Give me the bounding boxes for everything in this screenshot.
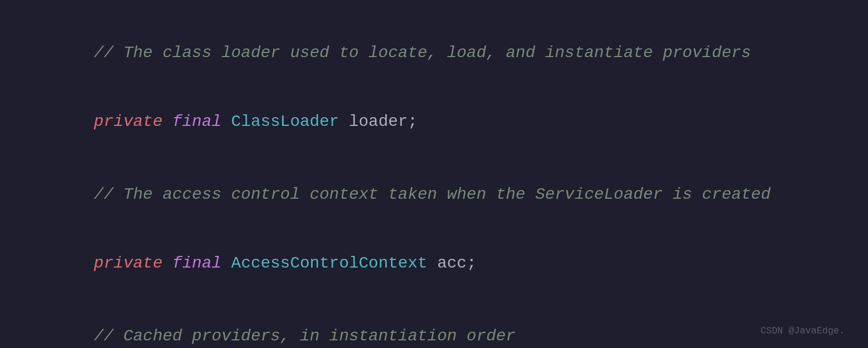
code-2: private final AccessControlContext acc; — [35, 229, 840, 298]
comment-1: // The class loader used to locate, load… — [35, 19, 840, 87]
section-1: // The class loader used to locate, load… — [35, 19, 840, 156]
section-2: // The access control context taken when… — [35, 160, 840, 297]
section-3: // Cached providers, in instantiation or… — [35, 302, 840, 348]
code-1: private final ClassLoader loader; — [35, 87, 840, 156]
comment-3: // Cached providers, in instantiation or… — [35, 302, 840, 348]
comment-2: // The access control context taken when… — [35, 160, 840, 229]
watermark: CSDN @JavaEdge. — [761, 326, 845, 336]
code-container: // The class loader used to locate, load… — [0, 0, 868, 348]
